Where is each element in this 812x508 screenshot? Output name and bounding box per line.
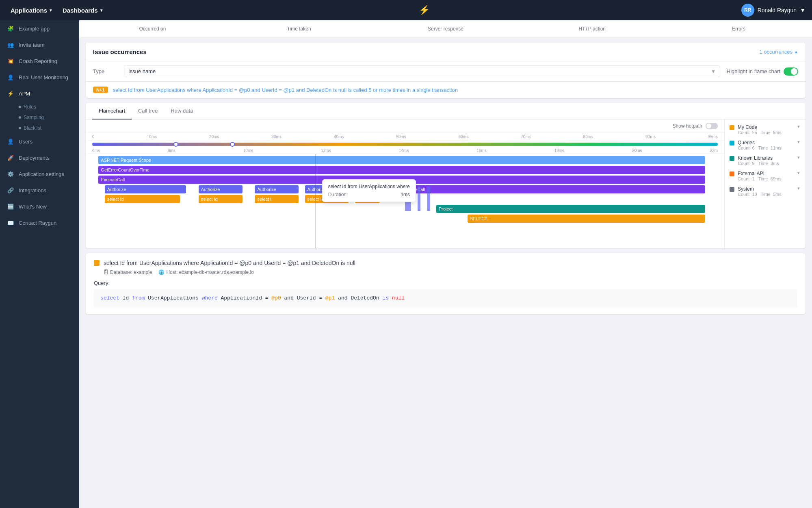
top-nav: Applications ▼ Dashboards ▼ ⚡ RR Ronald … (0, 0, 812, 20)
expand-icon-external-api[interactable]: ▼ (797, 171, 801, 175)
mini-tick-20ms: 20ms (632, 148, 642, 153)
main-content: Occurred on Time taken Server response H… (79, 20, 812, 508)
applications-nav-label: Applications (11, 7, 47, 14)
sidebar-item-apm[interactable]: ⚡ APM (0, 85, 79, 102)
highlight-toggle[interactable] (784, 67, 798, 76)
flame-bar-authorize-2[interactable]: Authorize (199, 185, 243, 193)
hotpath-toggle-knob (706, 124, 711, 128)
mini-tick-16ms: 16ms (476, 148, 486, 153)
sidebar-sub-rules[interactable]: Rules (0, 102, 79, 112)
tab-flamechart[interactable]: Flamechart (92, 103, 132, 119)
sidebar-item-rum[interactable]: 👤 Real User Monitoring (0, 69, 79, 85)
code-param-p1: @p1 (325, 295, 335, 301)
legend-meta-queries: Count 6 Time 11ms (738, 145, 782, 150)
contact-icon: ✉️ (6, 219, 15, 227)
select-3-label: select i (257, 197, 271, 202)
legend-item-known-libraries[interactable]: Known Libraries Count 9 Time 3ms ▼ (730, 155, 801, 166)
new-icon: 🆕 (6, 202, 15, 211)
sidebar-item-integrations[interactable]: 🔗 Integrations (0, 182, 79, 198)
chevron-up-icon: ▲ (794, 50, 798, 54)
query-meta-database: 🗄 Database: example (104, 269, 152, 275)
sidebar-item-users[interactable]: 👤 Users (0, 133, 79, 150)
flame-bar-select-main[interactable]: SELECT... (468, 215, 705, 223)
flamechart-tabs: Flamechart Call tree Raw data (86, 103, 806, 119)
flame-bar-select-3[interactable]: select i (255, 195, 299, 203)
hotpath-toggle[interactable] (706, 123, 718, 129)
flame-bar-project[interactable]: Project (436, 205, 705, 213)
issue-name-dropdown[interactable]: Issue name ▼ (124, 65, 720, 77)
legend-item-queries[interactable]: Queries Count 6 Time 11ms ▼ (730, 140, 801, 150)
tooltip-duration-value: 1ms (401, 192, 410, 198)
applications-nav-button[interactable]: Applications ▼ (6, 4, 57, 16)
app-icon: 🧩 (6, 24, 15, 33)
legend-label-known-libraries: Known Libraries (738, 155, 779, 161)
scrubber-handle-left[interactable] (173, 142, 178, 147)
code-and-deletedon: and DeletedOn (338, 295, 382, 301)
legend-time-label-2: Time (758, 161, 768, 166)
occurrences-count[interactable]: 1 occurrences ▲ (759, 49, 798, 55)
sidebar-item-whats-new[interactable]: 🆕 What's New (0, 198, 79, 215)
dashboards-nav-button[interactable]: Dashboards ▼ (58, 4, 108, 16)
expand-icon-system[interactable]: ▼ (797, 186, 801, 191)
flame-bar-asp-net-label: ASP.NET Request Scope (101, 158, 151, 163)
sidebar-item-example-app[interactable]: 🧩 Example app (0, 20, 79, 37)
legend-time-value-0: 6ms (773, 130, 782, 135)
flame-bar-select-1[interactable]: select Id (105, 195, 180, 203)
code-null-kw: null (392, 295, 405, 301)
expand-icon-queries[interactable]: ▼ (797, 140, 801, 144)
flame-bar-execute-call-row3[interactable]: ExecuteCall (399, 185, 706, 193)
scrubber-row (86, 141, 724, 146)
sidebar-item-crash-reporting[interactable]: 💥 Crash Reporting (0, 53, 79, 69)
sidebar-item-deployments[interactable]: 🚀 Deployments (0, 150, 79, 166)
flamechart-legend: My Code Count 55 Time 6ms ▼ (724, 119, 806, 248)
legend-count-value-1: 6 (752, 145, 754, 150)
users-icon2: 👤 (6, 137, 15, 145)
tab-call-tree[interactable]: Call tree (132, 103, 164, 119)
expand-icon-my-code[interactable]: ▼ (797, 124, 801, 129)
legend-label-queries: Queries (738, 140, 782, 145)
tab-raw-data[interactable]: Raw data (164, 103, 199, 119)
select-main-label: SELECT... (470, 216, 491, 221)
sidebar-label-apm: APM (19, 91, 30, 97)
legend-count-label-0: Count (738, 130, 749, 135)
scrubber-track[interactable] (92, 143, 718, 146)
project-label: Project (439, 206, 453, 211)
flame-bar-select-2[interactable]: select Id (199, 195, 243, 203)
issue-query-text[interactable]: select Id from UserApplications where Ap… (113, 87, 799, 93)
scrubber-handle-right[interactable] (230, 142, 235, 147)
flame-row-0: ASP.NET Request Scope (92, 156, 718, 165)
legend-meta-known-libraries: Count 9 Time 3ms (738, 161, 779, 166)
legend-dot-my-code (730, 125, 734, 130)
flame-bar-authorize-3[interactable]: Authorize (255, 185, 299, 193)
tick-90ms: 90ms (645, 135, 655, 139)
tick-70ms: 70ms (521, 135, 531, 139)
legend-meta-system: Count 10 Time 5ms (738, 192, 782, 197)
dot-icon-blacklist (19, 127, 21, 129)
sidebar-sub-blacklist[interactable]: Blacklist (0, 123, 79, 133)
occurrences-count-value: 1 occurrences (759, 49, 793, 55)
sidebar-item-contact[interactable]: ✉️ Contact Raygun (0, 215, 79, 231)
mini-tick-14ms: 14ms (399, 148, 409, 153)
flame-bar-get-error[interactable]: GetErrorCountOverTime (98, 166, 705, 174)
col-http-action: HTTP action (519, 24, 665, 33)
highlight-label: Highlight in flame chart (727, 67, 798, 76)
avatar[interactable]: RR (741, 4, 754, 17)
legend-item-external-api[interactable]: External API Count 1 Time 69ms ▼ (730, 171, 801, 181)
sidebar-sub-sampling[interactable]: Sampling (0, 112, 79, 123)
sidebar-item-invite-team[interactable]: 👥 Invite team (0, 37, 79, 53)
user-name: Ronald Raygun (758, 7, 797, 13)
legend-item-my-code[interactable]: My Code Count 55 Time 6ms ▼ (730, 124, 801, 135)
sidebar-item-app-settings[interactable]: ⚙️ Application settings (0, 166, 79, 182)
flame-bar-get-error-label: GetErrorCountOverTime (101, 167, 149, 172)
flame-rows: ASP.NET Request Scope GetErrorCountOverT… (86, 154, 724, 248)
flamechart-body: Show hotpath 0 10ms 20ms (86, 119, 806, 248)
mini-tick-10ms: 10ms (243, 148, 253, 153)
flame-bar-asp-net[interactable]: ASP.NET Request Scope (98, 156, 705, 164)
flame-bar-authorize-1[interactable]: Authorize (105, 185, 186, 193)
expand-icon-known-libraries[interactable]: ▼ (797, 155, 801, 160)
tick-60ms: 60ms (459, 135, 468, 139)
dot-icon-sampling (19, 116, 21, 119)
show-hotpath-text: Show hotpath (673, 123, 702, 129)
dot-icon (19, 106, 21, 108)
legend-item-system[interactable]: System Count 10 Time 5ms ▼ (730, 186, 801, 197)
